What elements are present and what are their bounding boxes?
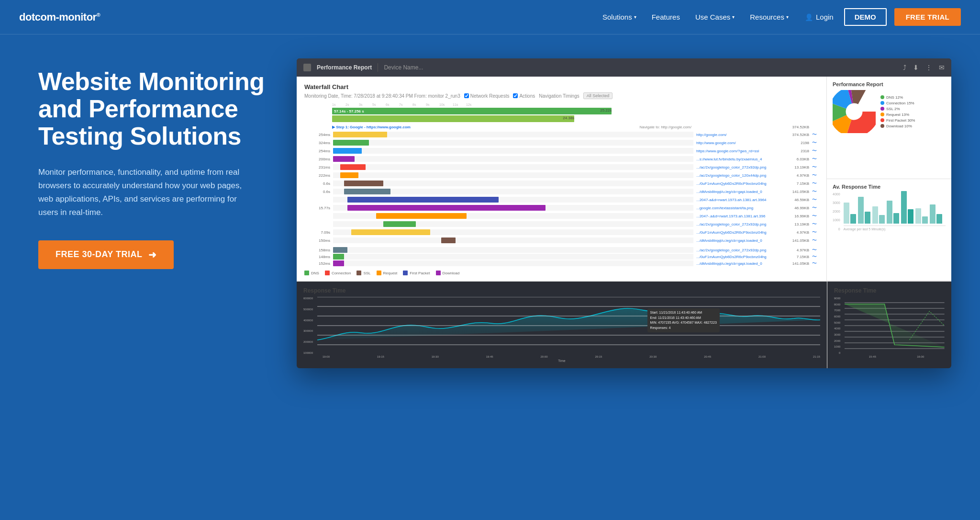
chart-tooltip: Start: 11/21/2016 11:43:40:460 AM End: 1… [647,308,720,332]
table-row: 254ms https://www.google.com/?gws_rd=ssl… [304,147,819,154]
table-row: 148ms .../0uF1mAumQyb6Ds2R6cP9ocbnz04hg … [304,253,819,260]
legend-first-packet: First Packet [403,271,430,275]
legend-dns: DNS [304,271,319,275]
table-row: 200ms ...s://www.lut.fv/bindetu.by/zxaem… [304,156,819,162]
free-trial-nav-button[interactable]: FREE TRIAL [894,8,961,26]
pie-chart-container: DNS 12% Connection 15% SSL 2% [833,90,946,133]
nav-solutions[interactable]: Solutions ▾ [597,10,642,24]
dashboard-shell: Performance Report Device Name... ⤴ ⬇ ⋮ … [297,58,951,368]
waterfall-title: Waterfall Chart [304,83,819,90]
dashboard-title: Performance Report [317,64,372,71]
table-row: 0.6s .../0uF1mAumQyb6Ds2R6cP9ocbnz04hg 7… [304,180,819,187]
table-row: 324ms http://www.google.com/ 2198 〜 [304,139,819,146]
table-row: ...2047-a&d=rwart.1973.ah.1381.art.3964 … [304,196,819,203]
av-response-time-panel: Av. Response Time 4000 3000 2000 1000 0 [827,179,951,282]
av-response-title: Av. Response Time [833,184,946,190]
nav-use-cases[interactable]: Use Cases ▾ [690,10,740,24]
nav-links: Solutions ▾ Features Use Cases ▾ Resourc… [597,8,961,26]
x-axis-title: Time [303,359,820,362]
request-dot [377,271,381,275]
table-row: 158ms .../ac/2x/googlelogo_color_272x92d… [304,247,819,253]
download-icon[interactable]: ⬇ [913,64,919,71]
legend-item-connection: Connection 15% [880,101,915,105]
device-name: Device Name... [384,64,423,71]
step1-header: ▶ Step 1: Google - https://www.google.co… [304,125,819,129]
nav-resources[interactable]: Resources ▾ [744,10,794,24]
perf-report-title: Performance Report [833,81,946,87]
response-time-right-panel: Response Time 9000 8000 7000 6000 5000 4… [827,282,951,368]
table-row: 150ms .../dMvsb8trqql/u.leg/cb=gapi.load… [304,237,819,244]
top-bars: 57.14s - 57.256 s 25.22s 24.38s [304,108,819,122]
top-bar-2 [332,115,574,122]
table-row: 7.09s .../0uF1mAumQyb6Ds2R6cP9ocbnz04hg … [304,229,819,236]
dashboard-mockup: Performance Report Device Name... ⤴ ⬇ ⋮ … [297,58,951,368]
performance-report-panel: Performance Report [827,77,951,179]
dashboard-body: Waterfall Chart Monitoring Date, Time: 7… [297,77,951,281]
table-row: 0.6s .../dMvsb8trqql/u.leg/cb=gapi.loade… [304,188,819,195]
table-row: 222ms .../ac/2x/googlelogo_color_120x44d… [304,172,819,179]
legend-download: Download [436,271,460,275]
top-bar-row-2: 24.38s [304,115,819,122]
hero-section: Website Monitoring and Performance Testi… [0,34,980,397]
x-axis-labels: 19:00 19:15 19:30 19:45 20:00 20:15 20:3… [303,355,820,358]
brand-registered: ® [97,11,100,17]
network-requests-check: Network Requests [464,93,510,99]
table-row: 152ms .../dMvsb8trqql/u.leg/cb=gapi.load… [304,260,819,267]
waterfall-panel: Waterfall Chart Monitoring Date, Time: 7… [297,77,827,281]
waterfall-meta: Monitoring Date, Time: 7/28/2018 at 9:28… [304,92,819,99]
user-icon: 👤 [805,13,813,21]
brand-name: dotcom-monitor [19,11,97,23]
right-panels: Performance Report [827,77,951,281]
legend-connection: Connection [325,271,351,275]
dashboard-topbar: Performance Report Device Name... ⤴ ⬇ ⋮ … [297,58,951,77]
legend-item-first-packet: First Packet 30% [880,118,915,123]
table-row: 254ms http://google.com/ 374.52KB 〜 [304,131,819,138]
navbar: dotcom-monitor® Solutions ▾ Features Use… [0,0,980,34]
response-time-left-chart [317,297,820,354]
nav-login[interactable]: 👤 Login [798,10,840,24]
arrow-right-icon: ➜ [148,249,157,260]
top-bar-row-1: 57.14s - 57.256 s 25.22s [304,108,819,114]
actions-check: Actions [513,93,535,99]
chevron-down-icon: ▾ [634,14,636,20]
connection-dot [325,271,330,275]
table-row: 15.77s ...google.com/textassistant/ta.pn… [304,204,819,211]
right-chart-svg-wrap [845,297,945,354]
right-x-axis: 15:45 16:00 [834,355,945,358]
bar-chart [844,192,946,226]
free-trial-cta-button[interactable]: FREE 30-DAY TRIAL ➜ [38,240,174,269]
pie-chart [833,90,876,133]
legend-item-download: Download 10% [880,124,915,128]
response-time-left-title: Response Time [303,287,820,294]
bar-chart-area: 4000 3000 2000 1000 0 [833,192,946,231]
bar-chart-footer: Average per last 5 Minute(s) [844,227,946,231]
legend-ssl: SSL [356,271,370,275]
all-selected-dropdown[interactable]: All Selected [583,92,613,99]
legend-request: Request [377,271,398,275]
dns-dot [304,271,309,275]
response-time-right-chart [845,297,945,354]
hero-copy: Website Monitoring and Performance Testi… [38,58,268,269]
pie-legend: DNS 12% Connection 15% SSL 2% [880,95,915,128]
ssl-dot [356,271,361,275]
logo[interactable]: dotcom-monitor® [19,11,100,23]
demo-button[interactable]: DEMO [844,8,887,26]
more-icon[interactable]: ⋮ [925,64,932,71]
legend-item-ssl: SSL 2% [880,107,915,111]
message-icon[interactable]: ✉ [939,64,945,71]
response-time-left-panel: Response Time 600000 500000 400000 30000… [297,282,827,368]
share-icon[interactable]: ⤴ [903,64,906,71]
table-row: 231ms .../ac/2x/googlelogo_color_272x92d… [304,164,819,170]
table-row: .../ac/2x/googlelogo_color_272x92dp.png … [304,221,819,227]
hero-description: Monitor performance, functionality, and … [38,166,249,219]
cta-label: FREE 30-DAY TRIAL [56,249,143,260]
waterfall-rows: 254ms http://google.com/ 374.52KB 〜 324m… [304,131,819,244]
left-chart-svg-wrap: Start: 11/21/2016 11:43:40:460 AM End: 1… [317,297,820,354]
waterfall-legend: DNS Connection SSL Request [304,271,819,275]
topbar-divider [378,63,378,72]
legend-item-dns: DNS 12% [880,95,915,100]
dashboard-icon [303,64,311,71]
dashboard-bottom: Response Time 600000 500000 400000 30000… [297,281,951,368]
nav-features[interactable]: Features [646,10,686,24]
chevron-down-icon-3: ▾ [786,14,789,20]
